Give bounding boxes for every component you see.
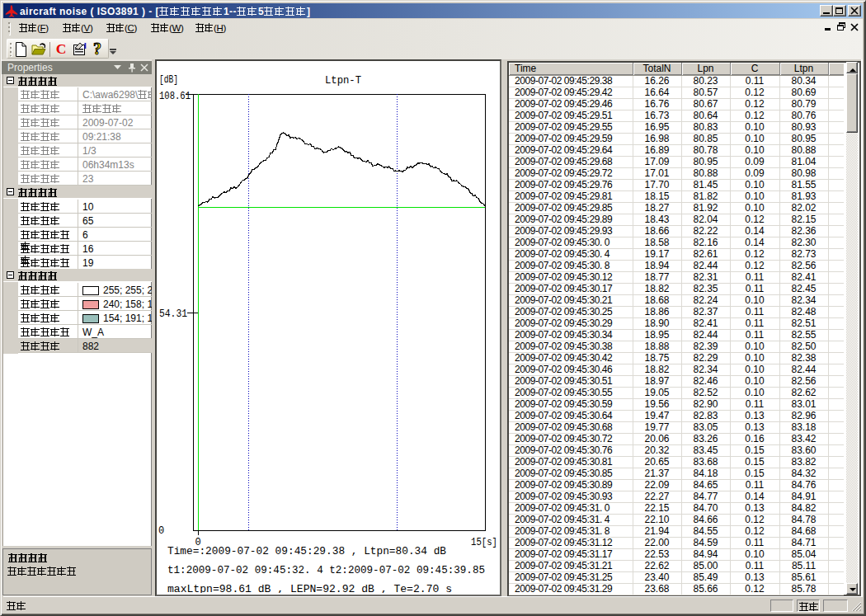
svg-text:?: ?	[93, 40, 101, 58]
svg-text:15[s]: 15[s]	[471, 537, 497, 548]
svg-text:0: 0	[158, 525, 164, 537]
svg-text:108.61: 108.61	[159, 91, 191, 102]
svg-text:t1:2009-07-02 09:45:32. 4 t2:2: t1:2009-07-02 09:45:32. 4 t2:2009-07-02 …	[167, 565, 485, 576]
svg-text:54.31: 54.31	[159, 308, 187, 320]
svg-text:Time=:2009-07-02 09:45:29.38 ,: Time=:2009-07-02 09:45:29.38 , Ltpn=80.3…	[167, 546, 446, 557]
svg-text:[dB]: [dB]	[159, 74, 178, 86]
svg-text:maxLtpn=98.61 dB , LEPN=92.92: maxLtpn=98.61 dB , LEPN=92.92 dB , Te=2.…	[167, 584, 452, 593]
svg-text:Ltpn-T: Ltpn-T	[325, 75, 361, 87]
